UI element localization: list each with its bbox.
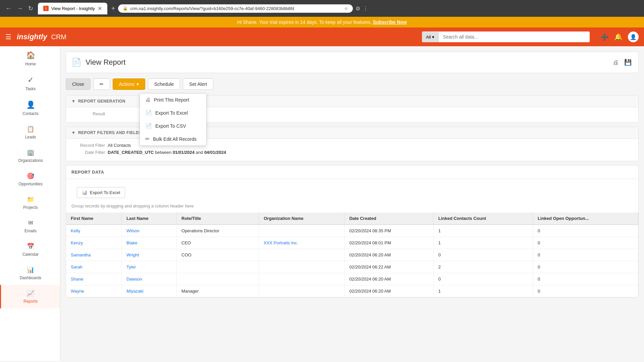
refresh-button[interactable]: ↻	[26, 3, 35, 13]
subscribe-link[interactable]: Subscribe Now	[373, 19, 407, 25]
sidebar-item-contacts[interactable]: 👤 Contacts	[0, 96, 60, 121]
col-linked-contacts: Linked Contacts Count	[433, 213, 533, 225]
sidebar-item-label: Tasks	[25, 86, 36, 91]
cell-link[interactable]: Blake	[126, 240, 138, 245]
menu-icon[interactable]: ⋮	[363, 5, 368, 12]
new-tab-button[interactable]: +	[111, 5, 115, 12]
drag-hint: Group records by dragging and dropping a…	[66, 202, 638, 213]
table-cell: Wilson	[122, 225, 177, 237]
save-button[interactable]: 💾	[623, 57, 633, 67]
sidebar-item-tasks[interactable]: ✓ Tasks	[0, 71, 60, 96]
extensions-icon[interactable]: ⚙	[356, 5, 360, 12]
cell-link[interactable]: Wright	[126, 252, 139, 257]
sidebar-item-label: Contacts	[22, 111, 38, 116]
actions-label: Actions	[119, 81, 135, 87]
table-row: KenzyBlakeCEOXXX Portraits Inc.02/20/202…	[66, 237, 638, 249]
table-cell: Blake	[122, 237, 177, 249]
sidebar-item-label: Home	[25, 62, 36, 66]
hamburger-icon[interactable]: ☰	[5, 33, 11, 41]
schedule-button[interactable]: Schedule	[148, 78, 180, 90]
sidebar-item-label: Calendar	[22, 252, 39, 257]
table-cell: 0	[533, 273, 638, 285]
forward-button[interactable]: →	[15, 4, 25, 13]
table-cell: Kenzy	[66, 237, 122, 249]
browser-tab[interactable]: i View Report - Insightly ✕	[38, 3, 107, 14]
table-cell: Operations Director	[177, 225, 259, 237]
notification-icon[interactable]: 🔔	[614, 33, 623, 41]
app-body: 🏠 Home ✓ Tasks 👤 Contacts 📋 Leads 🏢 Orga…	[0, 46, 644, 361]
avatar[interactable]: 👤	[628, 32, 639, 42]
cell-link[interactable]: Kelly	[71, 228, 80, 233]
cell-link[interactable]: Miyazaki	[126, 289, 144, 294]
address-bar[interactable]: 🔒 crm.na1.insightly.com/Reports/View/?gu…	[118, 4, 353, 13]
cell-link[interactable]: Samantha	[71, 252, 91, 257]
sidebar-item-calendar[interactable]: 📅 Calendar	[0, 238, 60, 261]
actions-button[interactable]: Actions ▾	[113, 78, 145, 90]
search-all-button[interactable]: All ▾	[422, 32, 439, 42]
contacts-icon: 👤	[26, 101, 35, 109]
back-button[interactable]: ←	[3, 4, 13, 13]
export-excel-button[interactable]: 📊 Export To Excel	[77, 187, 125, 198]
section-title: REPORT GENERATION	[78, 99, 125, 104]
excel-icon: 📄	[145, 110, 152, 116]
cell-link[interactable]: Dawson	[126, 277, 142, 282]
close-button[interactable]: Close	[66, 78, 91, 90]
chevron-down-icon: ▾	[432, 35, 434, 40]
col-last-name: Last Name	[122, 213, 177, 225]
dropdown-item-export-csv[interactable]: 📄 Export To CSV	[140, 119, 206, 132]
date-filter-row: Date Filter DATE_CREATED_UTC between 01/…	[71, 150, 633, 155]
date-filter-end: 04/01/2024	[204, 150, 226, 155]
dropdown-item-print[interactable]: 🖨 Print This Report	[140, 94, 206, 106]
browser-chrome: ← → ↻ i View Report - Insightly ✕ + 🔒 cr…	[0, 0, 644, 17]
table-cell: Kelly	[66, 225, 122, 237]
sidebar-item-label: Dashboards	[20, 276, 42, 280]
result-label: Result	[71, 111, 105, 116]
actions-dropdown: 🖨 Print This Report 📄 Export To Excel 📄 …	[140, 93, 207, 146]
logo: insightly CRM	[17, 33, 66, 41]
cell-link[interactable]: Tyler	[126, 264, 136, 269]
cell-link[interactable]: Wilson	[126, 228, 140, 233]
toolbar: Close ✏ Actions ▾ Schedule Set Alert 🖨 P…	[66, 78, 639, 90]
cell-link[interactable]: Shane	[71, 277, 84, 282]
sidebar-item-emails[interactable]: ✉ Emails	[0, 215, 60, 238]
tab-title: View Report - Insightly	[51, 6, 95, 11]
sidebar-item-home[interactable]: 🏠 Home	[0, 46, 60, 71]
sidebar-item-dashboards[interactable]: 📊 Dashboards	[0, 261, 60, 285]
sidebar-item-reports[interactable]: 📈 Reports	[0, 285, 60, 308]
star-icon[interactable]: ☆	[344, 6, 348, 11]
set-alert-button[interactable]: Set Alert	[183, 78, 213, 90]
edit-button[interactable]: ✏	[93, 78, 110, 90]
search-input[interactable]	[439, 32, 590, 42]
sidebar-item-opportunities[interactable]: 🎯 Opportunities	[0, 168, 60, 191]
main-content: 📄 View Report 🖨 💾 Close ✏ Actions ▾ Sche…	[60, 46, 644, 361]
col-linked-opps: Linked Open Opportun...	[533, 213, 638, 225]
table-cell	[259, 249, 344, 261]
dropdown-item-bulk-edit[interactable]: ✏ Bulk Edit All Records	[140, 132, 206, 145]
cell-link[interactable]: Kenzy	[71, 240, 83, 245]
dropdown-item-export-excel[interactable]: 📄 Export To Excel	[140, 106, 206, 119]
cell-link[interactable]: Wayne	[71, 289, 84, 294]
organizations-icon: 🏢	[27, 149, 34, 156]
table-cell: 2	[433, 261, 533, 273]
opportunities-icon: 🎯	[27, 172, 34, 180]
table-cell: 0	[533, 237, 638, 249]
emails-icon: ✉	[28, 219, 33, 227]
chevron-icon: ▼	[71, 99, 75, 104]
sidebar-item-projects[interactable]: 📁 Projects	[0, 191, 60, 215]
sidebar-item-label: Emails	[24, 229, 37, 233]
dropdown-item-label: Export To CSV	[155, 123, 186, 129]
cell-link[interactable]: Sarah	[71, 264, 83, 269]
date-filter-and: and	[196, 150, 204, 155]
tab-close-button[interactable]: ✕	[98, 5, 102, 12]
tab-favicon: i	[43, 6, 49, 11]
sidebar-item-organizations[interactable]: 🏢 Organizations	[0, 144, 60, 168]
print-button[interactable]: 🖨	[611, 57, 620, 67]
dashboards-icon: 📊	[27, 266, 34, 274]
add-icon[interactable]: ➕	[600, 33, 609, 41]
page-header: 📄 View Report 🖨 💾	[66, 52, 639, 73]
table-cell: Sarah	[66, 261, 122, 273]
cell-link[interactable]: XXX Portraits Inc.	[264, 240, 298, 245]
report-data-section: REPORT DATA 📊 Export To Excel Group reco…	[66, 165, 639, 298]
table-cell: Wright	[122, 249, 177, 261]
sidebar-item-leads[interactable]: 📋 Leads	[0, 121, 60, 144]
